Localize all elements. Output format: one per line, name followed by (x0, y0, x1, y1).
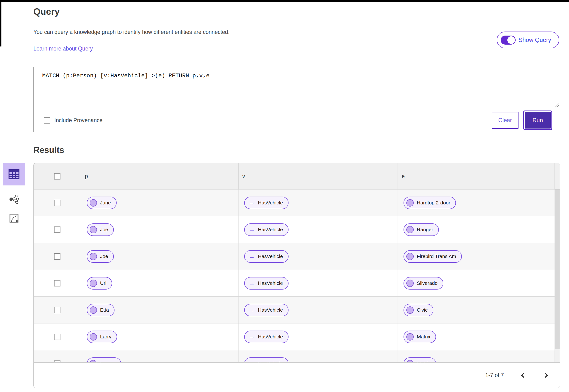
node-chip[interactable]: Joe (87, 224, 114, 236)
edge-chip[interactable]: → HasVehicle (244, 224, 289, 236)
table-row: Lauren → HasVehicle Matrix (34, 350, 560, 362)
edge-chip[interactable]: → HasVehicle (244, 196, 289, 209)
results-table-body: Jane → HasVehicle Hardtop 2-door Joe (34, 189, 560, 362)
chip-label: Matrix (417, 334, 430, 340)
node-chip[interactable]: Civic (403, 304, 433, 316)
column-header-e[interactable]: e (398, 163, 555, 189)
chip-label: Ranger (417, 227, 433, 232)
table-row: Jane → HasVehicle Hardtop 2-door (34, 189, 560, 216)
chip-label: Firebird Trans Am (417, 253, 456, 259)
clear-button[interactable]: Clear (492, 112, 518, 129)
resize-handle-icon[interactable] (555, 103, 559, 107)
node-chip[interactable]: Jane (87, 196, 117, 209)
chip-label: Matrix (417, 361, 430, 362)
chevron-right-icon (543, 373, 548, 378)
node-icon (90, 199, 97, 207)
chevron-left-icon (521, 373, 526, 378)
chip-label: HasVehicle (258, 280, 283, 286)
table-row: Etta → HasVehicle Civic (34, 297, 560, 323)
run-button[interactable]: Run (525, 112, 551, 128)
table-scrollbar[interactable] (555, 189, 560, 362)
node-icon (406, 253, 414, 260)
edge-chip[interactable]: → HasVehicle (244, 277, 289, 290)
results-table-header: p v e (34, 163, 560, 189)
toggle-switch-icon[interactable] (501, 36, 516, 45)
node-icon (90, 280, 97, 287)
edge-chip[interactable]: → HasVehicle (244, 331, 289, 343)
arrow-right-icon: → (247, 200, 255, 206)
node-chip[interactable]: Hardtop 2-door (403, 196, 456, 209)
edge-chip[interactable]: → HasVehicle (244, 357, 289, 363)
node-icon (90, 333, 97, 340)
table-view-button[interactable] (3, 163, 25, 185)
previous-page-button[interactable] (518, 371, 527, 379)
node-chip[interactable]: Lauren (87, 357, 121, 363)
row-checkbox[interactable] (54, 361, 60, 363)
chip-label: HasVehicle (258, 334, 283, 340)
pagination-range: 1-7 of 7 (485, 372, 504, 378)
results-title: Results (33, 145, 64, 155)
query-toolbar: Include Provenance Clear Run (34, 108, 560, 132)
page-title: Query (33, 7, 60, 17)
toggle-knob (507, 36, 515, 44)
row-checkbox[interactable] (54, 253, 60, 260)
window-border-top (0, 0, 569, 2)
results-view-switcher (3, 163, 25, 224)
chip-label: Etta (100, 307, 109, 313)
row-checkbox[interactable] (54, 280, 60, 286)
node-chip[interactable]: Ranger (403, 224, 439, 236)
query-description: You can query a knowledge graph to ident… (33, 29, 230, 35)
node-chip[interactable]: Matrix (403, 357, 436, 363)
chip-label: Larry (100, 334, 111, 340)
learn-more-link[interactable]: Learn more about Query (33, 45, 93, 52)
arrow-right-icon: → (247, 280, 255, 286)
scrollbar-thumb[interactable] (555, 189, 560, 349)
table-row: Uri → HasVehicle Silverado (34, 270, 560, 297)
arrow-right-icon: → (247, 334, 255, 340)
results-table: p v e Jane → HasVehicle Hardtop 2-door (33, 163, 560, 388)
query-text: MATCH (p:Person)-[v:HasVehicle]->(e) RET… (42, 72, 209, 79)
edge-chip[interactable]: → HasVehicle (244, 304, 289, 316)
table-row: Joe → HasVehicle Firebird Trans Am (34, 243, 560, 270)
query-textarea[interactable]: MATCH (p:Person)-[v:HasVehicle]->(e) RET… (34, 67, 560, 108)
chip-label: Lauren (100, 361, 115, 362)
chip-label: HasVehicle (258, 200, 283, 206)
table-row: Joe → HasVehicle Ranger (34, 216, 560, 243)
window-border-left (0, 0, 1, 46)
arrow-right-icon: → (247, 227, 255, 233)
row-checkbox[interactable] (54, 307, 60, 313)
table-icon (9, 169, 19, 179)
node-icon (406, 333, 414, 340)
node-chip[interactable]: Joe (87, 250, 114, 263)
node-icon (406, 226, 414, 233)
row-checkbox[interactable] (54, 200, 60, 206)
edge-chip[interactable]: → HasVehicle (244, 250, 289, 263)
node-chip[interactable]: Etta (87, 304, 114, 316)
include-provenance-checkbox[interactable] (44, 117, 50, 124)
header-scroll-spacer (555, 163, 560, 189)
node-chip[interactable]: Larry (87, 331, 117, 343)
select-all-checkbox[interactable] (54, 173, 60, 180)
node-icon (406, 360, 414, 363)
graph-view-button[interactable] (9, 194, 19, 204)
column-header-p[interactable]: p (81, 163, 238, 189)
column-header-v[interactable]: v (238, 163, 398, 189)
map-view-button[interactable] (9, 213, 19, 224)
chip-label: HasVehicle (258, 227, 283, 232)
node-icon (90, 253, 97, 260)
next-page-button[interactable] (542, 371, 550, 379)
node-icon (90, 360, 97, 363)
row-checkbox[interactable] (54, 334, 60, 340)
include-provenance-label: Include Provenance (54, 117, 102, 124)
node-chip[interactable]: Uri (87, 277, 112, 290)
node-icon (406, 280, 414, 287)
row-checkbox[interactable] (54, 226, 60, 233)
node-icon (406, 306, 414, 314)
include-provenance-option[interactable]: Include Provenance (44, 117, 102, 124)
node-chip[interactable]: Matrix (403, 331, 436, 343)
node-chip[interactable]: Silverado (403, 277, 443, 290)
node-chip[interactable]: Firebird Trans Am (403, 250, 462, 263)
show-query-toggle[interactable]: Show Query (497, 31, 559, 48)
chip-label: Silverado (417, 280, 438, 286)
query-editor-panel: MATCH (p:Person)-[v:HasVehicle]->(e) RET… (33, 67, 560, 132)
